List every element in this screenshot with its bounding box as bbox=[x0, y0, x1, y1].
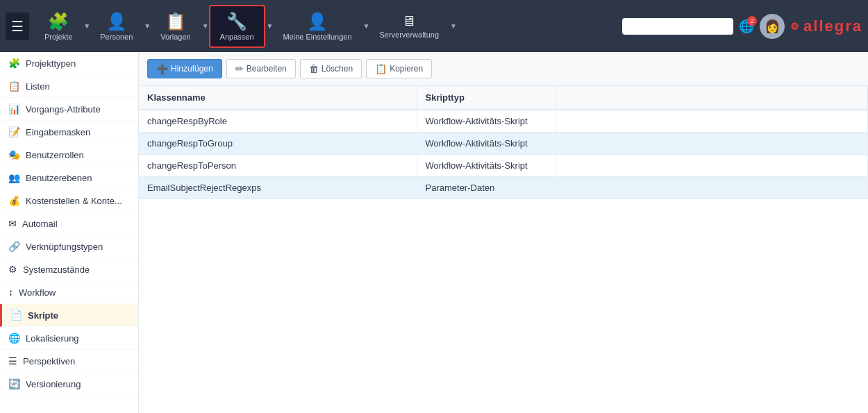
nav-label-personen: Personen bbox=[100, 33, 133, 41]
delete-button[interactable]: 🗑 Löschen bbox=[300, 59, 362, 78]
versionierung-icon: 🔄 bbox=[8, 378, 20, 389]
copy-button[interactable]: 📋 Kopieren bbox=[366, 59, 432, 78]
delete-icon: 🗑 bbox=[309, 63, 319, 74]
sidebar-item-projekttypen[interactable]: 🧩 Projekttypen bbox=[0, 52, 138, 75]
nav-vorlagen-wrapper: 📋 Vorlagen ▼ bbox=[151, 6, 208, 47]
nav-right: 🌐 2 👩 ⚙ allegra bbox=[622, 14, 862, 39]
nav-personen-wrapper: 👤 Personen ▼ bbox=[90, 6, 151, 47]
sidebar-label-automail: Automail bbox=[22, 219, 58, 229]
table-row[interactable]: changeRespToPerson Workflow-Aktivitäts-S… bbox=[139, 155, 868, 177]
nav-label-serververwaltung: Serververwaltung bbox=[379, 31, 439, 39]
sidebar-label-eingabemasken: Eingabemasken bbox=[26, 127, 90, 137]
add-icon: ➕ bbox=[156, 63, 168, 74]
nav-item-personen[interactable]: 👤 Personen bbox=[90, 6, 142, 47]
column-header-classname: Klassenname bbox=[139, 86, 417, 110]
workflow-icon: ↕ bbox=[8, 287, 13, 298]
sidebar-label-vorgangs-attribute: Vorgangs-Attribute bbox=[26, 104, 101, 115]
cell-scripttype: Parameter-Daten bbox=[417, 177, 556, 199]
top-navigation: ☰ 🧩 Projekte ▼ 👤 Personen ▼ 📋 Vorlagen ▼ bbox=[0, 0, 868, 52]
add-button[interactable]: ➕ Hinzufügen bbox=[147, 59, 222, 78]
notification-badge: 2 bbox=[747, 16, 757, 26]
benutzerrollen-icon: 🎭 bbox=[8, 149, 20, 160]
table-row[interactable]: EmailSubjectRejectRegexps Parameter-Date… bbox=[139, 177, 868, 199]
table-row[interactable]: changeRespToGroup Workflow-Aktivitäts-Sk… bbox=[139, 133, 868, 155]
cell-scripttype: Workflow-Aktivitäts-Skript bbox=[417, 155, 556, 177]
automail-icon: ✉ bbox=[8, 218, 17, 229]
serververwaltung-arrow[interactable]: ▼ bbox=[450, 22, 457, 30]
listen-icon: 📋 bbox=[8, 81, 20, 92]
serververwaltung-icon: 🖥 bbox=[402, 13, 416, 29]
sidebar-label-benutzerrollen: Benutzerrollen bbox=[26, 150, 84, 160]
sidebar-label-systemzustande: Systemzustände bbox=[23, 264, 90, 275]
sidebar-item-benutzerebenen[interactable]: 👥 Benutzerebenen bbox=[0, 167, 138, 189]
sidebar-label-benutzerebenen: Benutzerebenen bbox=[26, 173, 92, 183]
nav-item-vorlagen[interactable]: 📋 Vorlagen bbox=[151, 6, 200, 47]
sidebar-label-kostenstellen: Kostenstellen & Konte... bbox=[26, 196, 122, 206]
nav-label-projekte: Projekte bbox=[44, 33, 72, 41]
sidebar-item-eingabemasken[interactable]: 📝 Eingabemasken bbox=[0, 121, 138, 144]
personen-icon: 👤 bbox=[106, 12, 127, 31]
logo-text: allegra bbox=[803, 17, 862, 35]
sidebar-item-lokalisierung[interactable]: 🌐 Lokalisierung bbox=[0, 327, 138, 350]
eingabemasken-icon: 📝 bbox=[8, 126, 20, 137]
sidebar-label-projekttypen: Projekttypen bbox=[26, 58, 76, 69]
allegra-logo: ⚙ allegra bbox=[790, 17, 862, 35]
table-body: changeRespByRole Workflow-Aktivitäts-Skr… bbox=[139, 110, 868, 199]
sidebar-item-skripte[interactable]: 📄 Skripte bbox=[0, 304, 138, 327]
nav-serververwaltung-wrapper: 🖥 Serververwaltung ▼ bbox=[369, 8, 457, 44]
sidebar-item-workflow[interactable]: ↕ Workflow bbox=[0, 281, 138, 304]
main-layout: 🧩 Projekttypen 📋 Listen 📊 Vorgangs-Attri… bbox=[0, 52, 868, 413]
sidebar-item-kostenstellen[interactable]: 💰 Kostenstellen & Konte... bbox=[0, 189, 138, 212]
lokalisierung-icon: 🌐 bbox=[8, 332, 20, 344]
user-avatar[interactable]: 👩 bbox=[760, 14, 785, 39]
search-input[interactable] bbox=[622, 18, 733, 35]
sidebar-item-versionierung[interactable]: 🔄 Versionierung bbox=[0, 373, 138, 396]
cell-classname: changeRespToPerson bbox=[139, 155, 417, 177]
nav-label-anpassen: Anpassen bbox=[220, 33, 254, 41]
cell-classname: EmailSubjectRejectRegexps bbox=[139, 177, 417, 199]
anpassen-arrow[interactable]: ▼ bbox=[267, 22, 274, 30]
skripte-icon: 📄 bbox=[10, 310, 22, 321]
sidebar-label-perspektiven: Perspektiven bbox=[23, 356, 75, 366]
cell-extra bbox=[556, 177, 868, 199]
perspektiven-icon: ☰ bbox=[8, 355, 17, 366]
content-area: ➕ Hinzufügen ✏ Bearbeiten 🗑 Löschen 📋 Ko… bbox=[139, 52, 868, 413]
meine-einstellungen-icon: 👤 bbox=[307, 12, 328, 31]
nav-items: 🧩 Projekte ▼ 👤 Personen ▼ 📋 Vorlagen ▼ 🔧… bbox=[35, 5, 622, 48]
edit-button[interactable]: ✏ Bearbeiten bbox=[226, 59, 296, 78]
systemzustande-icon: ⚙ bbox=[8, 264, 17, 275]
nav-item-anpassen[interactable]: 🔧 Anpassen bbox=[209, 5, 265, 48]
sidebar-label-workflow: Workflow bbox=[19, 287, 56, 298]
vorgangs-attribute-icon: 📊 bbox=[8, 103, 20, 115]
nav-label-vorlagen: Vorlagen bbox=[160, 33, 190, 41]
sidebar-item-listen[interactable]: 📋 Listen bbox=[0, 75, 138, 98]
nav-item-serververwaltung[interactable]: 🖥 Serververwaltung bbox=[369, 8, 449, 44]
personen-arrow[interactable]: ▼ bbox=[144, 22, 151, 30]
anpassen-icon: 🔧 bbox=[226, 12, 247, 31]
sidebar-item-perspektiven[interactable]: ☰ Perspektiven bbox=[0, 350, 138, 373]
vorlagen-arrow[interactable]: ▼ bbox=[202, 22, 209, 30]
meine-einstellungen-arrow[interactable]: ▼ bbox=[363, 22, 370, 30]
globe-icon-btn[interactable]: 🌐 2 bbox=[739, 19, 754, 34]
nav-item-projekte[interactable]: 🧩 Projekte bbox=[35, 6, 82, 47]
benutzerebenen-icon: 👥 bbox=[8, 172, 20, 183]
column-header-extra bbox=[556, 86, 868, 110]
sidebar-item-automail[interactable]: ✉ Automail bbox=[0, 212, 138, 235]
projekte-arrow[interactable]: ▼ bbox=[83, 22, 90, 30]
nav-meine-einstellungen-wrapper: 👤 Meine Einstellungen ▼ bbox=[273, 6, 369, 47]
hamburger-menu[interactable]: ☰ bbox=[6, 12, 29, 40]
nav-item-meine-einstellungen[interactable]: 👤 Meine Einstellungen bbox=[273, 6, 361, 47]
sidebar-item-systemzustande[interactable]: ⚙ Systemzustände bbox=[0, 258, 138, 281]
cell-scripttype: Workflow-Aktivitäts-Skript bbox=[417, 133, 556, 155]
sidebar-item-benutzerrollen[interactable]: 🎭 Benutzerrollen bbox=[0, 144, 138, 167]
cell-extra bbox=[556, 110, 868, 133]
sidebar: 🧩 Projekttypen 📋 Listen 📊 Vorgangs-Attri… bbox=[0, 52, 139, 413]
projekttypen-icon: 🧩 bbox=[8, 58, 20, 69]
sidebar-item-verknupfungstypen[interactable]: 🔗 Verknüpfungstypen bbox=[0, 235, 138, 258]
table-row[interactable]: changeRespByRole Workflow-Aktivitäts-Skr… bbox=[139, 110, 868, 133]
toolbar: ➕ Hinzufügen ✏ Bearbeiten 🗑 Löschen 📋 Ko… bbox=[139, 52, 868, 86]
delete-label: Löschen bbox=[322, 64, 353, 74]
sidebar-label-listen: Listen bbox=[26, 81, 50, 92]
sidebar-item-vorgangs-attribute[interactable]: 📊 Vorgangs-Attribute bbox=[0, 98, 138, 121]
column-header-scripttype: Skripttyp bbox=[417, 86, 556, 110]
